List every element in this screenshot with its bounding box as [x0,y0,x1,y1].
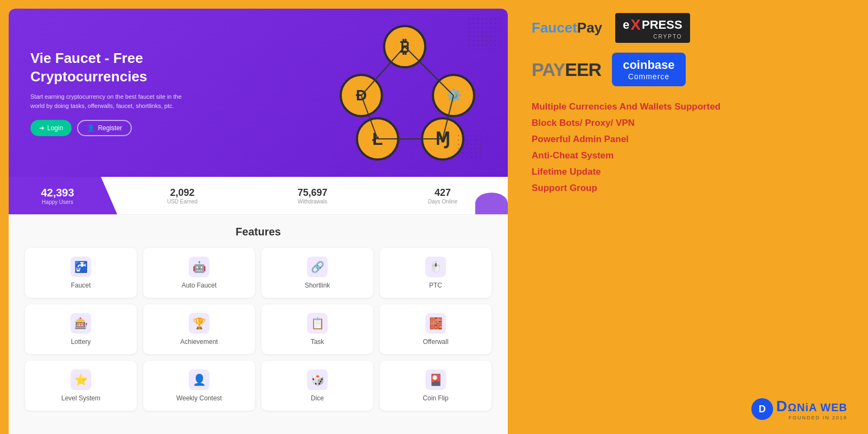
logos-row-2: PAYEER coinbase Commerce [532,53,853,86]
register-label: Register [98,124,122,132]
faucetpay-logo: FaucetPay [532,20,602,36]
feature-label-5: Achievement [180,338,218,346]
feature-icon-2: 🔗 [307,257,328,277]
feature-list-item-2: Powerful Admin Panel [532,134,853,145]
feature-card-auto-faucet: 🤖 Auto Faucet [143,248,255,298]
feature-label-11: Coin Flip [423,394,448,402]
feature-card-lottery: 🎰 Lottery [25,304,137,354]
express-x: X [630,16,641,34]
feature-label-10: Dice [311,394,324,402]
features-section: Features 🚰 Faucet 🤖 Auto Faucet 🔗 Shortl… [9,215,508,434]
coin-extra: ⚙️ [432,74,475,117]
feature-card-task: 📋 Task [261,304,373,354]
hero-section: Vie Faucet - Free Cryptocurrencies Start… [9,9,508,177]
coinbase-logo-box: coinbase Commerce [612,53,685,86]
feature-label-7: Offerwall [423,338,448,346]
doniaweb-founded: FOUNDED IN 2018 [776,415,847,420]
doniaweb-icon: D [750,397,774,421]
hero-subtitle: Start earning cryptocurrency on the best… [30,92,182,110]
stat-happy-users-num: 42,393 [41,187,74,199]
login-button[interactable]: ➜ Login [30,120,72,136]
register-icon: 👤 [87,124,95,132]
feature-card-ptc: 🖱️ PTC [380,248,492,298]
stat-happy-users: 42,393 Happy Users [9,177,117,214]
feature-label-8: Level System [61,394,100,402]
feature-label-9: Weekly Contest [176,394,222,402]
doniaweb-inner: D DΩNiA WEB FOUNDED IN 2018 [532,397,847,421]
feature-icon-3: 🖱️ [425,257,446,277]
coinbase-sub: Commerce [623,72,674,81]
feature-card-dice: 🎲 Dice [261,361,373,411]
feature-label-2: Shortlink [305,282,330,289]
stat-usd-earned: 2,092 USD Earned [117,177,247,214]
stat-usd-label: USD Earned [167,199,197,205]
feature-list: Multiple Currencies And Wallets Supporte… [532,101,853,194]
pay-text: Pay [577,20,602,36]
stat-days-num: 427 [435,187,451,199]
express-logo: eXPRESS [623,16,682,34]
feature-card-weekly-contest: 👤 Weekly Contest [143,361,255,411]
feature-card-faucet: 🚰 Faucet [25,248,137,298]
features-title: Features [25,226,492,238]
features-grid: 🚰 Faucet 🤖 Auto Faucet 🔗 Shortlink 🖱️ PT… [25,248,492,411]
feature-icon-6: 📋 [307,313,328,334]
feature-label-4: Lottery [71,338,91,346]
feature-icon-5: 🏆 [189,313,209,334]
hero-text-block: Vie Faucet - Free Cryptocurrencies Start… [30,49,182,137]
faucet-text: Faucet [532,20,577,36]
coin-ltc: Ł [356,117,399,161]
feature-list-item-0: Multiple Currencies And Wallets Supporte… [532,101,853,112]
coin-btc: ₿ [383,25,426,68]
feature-card-level-system: ⭐ Level System [25,361,137,411]
feature-label-0: Faucet [71,282,91,289]
feature-card-shortlink: 🔗 Shortlink [261,248,373,298]
stat-withdrawals: 75,697 Withdrawals [247,177,378,214]
feature-icon-7: 🧱 [425,313,446,334]
doniaweb-rest: ΩNiA WEB [788,401,847,413]
left-panel: Vie Faucet - Free Cryptocurrencies Start… [9,9,508,434]
register-button[interactable]: 👤 Register [77,120,132,136]
coin-dash: Ð [340,74,383,117]
payeer-ee: EER [565,59,601,80]
hero-title: Vie Faucet - Free Cryptocurrencies [30,49,182,86]
feature-list-item-1: Block Bots/ Proxy/ VPN [532,118,853,129]
feature-icon-10: 🎲 [307,369,328,390]
hero-buttons: ➜ Login 👤 Register [30,120,182,136]
feature-icon-0: 🚰 [71,257,91,277]
doniaweb-name: DΩNiA WEB [776,398,847,415]
feature-icon-9: 👤 [189,369,209,390]
feature-icon-8: ⭐ [71,369,91,390]
feature-card-offerwall: 🧱 Offerwall [380,304,492,354]
coinbase-title: coinbase [623,58,674,72]
feature-label-3: PTC [429,282,442,289]
stat-usd-num: 2,092 [170,187,194,199]
feature-icon-4: 🎰 [71,313,91,334]
doniaweb-text-block: DΩNiA WEB FOUNDED IN 2018 [776,398,847,420]
express-press: PRESS [642,18,682,32]
stat-withdraw-label: Withdrawals [298,199,327,205]
feature-card-coin-flip: 🎴 Coin Flip [380,361,492,411]
stat-happy-users-label: Happy Users [42,199,73,205]
express-e: e [623,18,629,32]
stat-withdraw-num: 75,697 [297,187,327,199]
stats-bar: 42,393 Happy Users 2,092 USD Earned 75,6… [9,177,508,215]
feature-icon-1: 🤖 [189,257,209,277]
feature-label-1: Auto Faucet [182,282,217,289]
express-sub: CRYPTO [623,34,682,40]
purple-accent-decoration [475,193,508,214]
login-icon: ➜ [39,124,44,132]
dot-decoration-bottom [456,133,483,161]
crypto-cluster: ₿ Ð ⚙️ Ł Ɱ [334,20,475,166]
express-logo-box: eXPRESS CRYPTO [615,13,690,43]
logos-row-1: FaucetPay eXPRESS CRYPTO [532,13,853,43]
doniaweb-logo: D DΩNiA WEB FOUNDED IN 2018 [532,397,853,421]
feature-label-6: Task [311,338,324,346]
right-panel: FaucetPay eXPRESS CRYPTO PAYEER coinbase… [516,0,868,434]
feature-card-achievement: 🏆 Achievement [143,304,255,354]
stat-days-label: Days Online [428,199,457,205]
svg-text:D: D [758,404,765,414]
d-bold: D [776,398,788,414]
feature-list-item-3: Anti-Cheat System [532,150,853,161]
payeer-logo: PAYEER [532,59,601,80]
feature-list-item-4: Lifetime Update [532,167,853,177]
